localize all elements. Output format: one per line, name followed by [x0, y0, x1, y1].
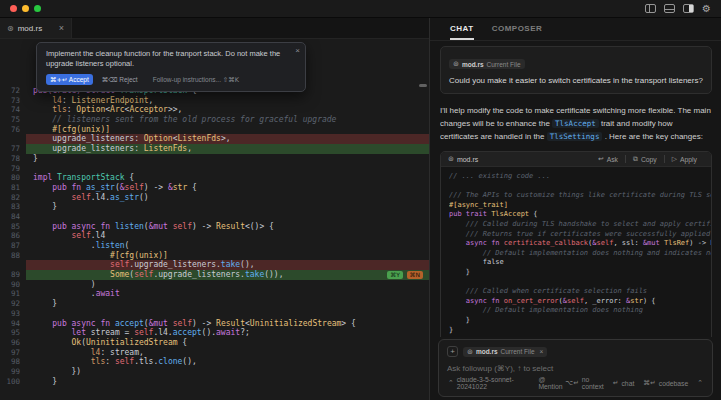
panel-bottom-icon[interactable]	[664, 4, 675, 13]
shortcut-hint-no-context[interactable]: ⌥↵no context	[565, 376, 603, 390]
line-number: 100	[0, 377, 26, 387]
line-number: 81	[0, 183, 26, 193]
minimize-window-button[interactable]	[22, 5, 29, 12]
chat-tabs: CHATCOMPOSER	[430, 18, 721, 41]
code-line: /// Called when certificate selection fa…	[449, 287, 711, 297]
chat-tab-chat[interactable]: CHAT	[450, 24, 474, 40]
chat-content[interactable]: ⊛ mod.rs Current File Could you make it …	[440, 42, 712, 337]
panel-right-icon[interactable]	[683, 4, 694, 13]
followup-input[interactable]: Ask followup (⌘Y), ↑ to select	[447, 364, 704, 373]
titlebar: ⚙	[0, 0, 721, 18]
code-line: // Default implementation does nothing a…	[449, 249, 711, 259]
chevron-up-icon: ⌃	[448, 379, 454, 387]
accept-button[interactable]: ⌘+↵ Accept	[46, 74, 93, 85]
maximize-window-button[interactable]	[34, 5, 41, 12]
chip-close-icon[interactable]: ×	[540, 348, 544, 355]
editor-tabbar: ⊛ mod.rs ×	[0, 18, 429, 39]
copy-icon: ⧉	[633, 155, 638, 163]
line-number: 99	[0, 367, 26, 377]
inline-code[interactable]: TlsAccept	[552, 119, 599, 128]
code-line: async fn certificate_callback(&self, ssl…	[449, 239, 711, 249]
code-line: 78}	[0, 154, 429, 164]
chevron-up-icon[interactable]: ⌃	[697, 379, 703, 387]
mention-button[interactable]: @ Mention	[538, 376, 565, 390]
current-file-chip[interactable]: ⊛ mod.rs Current File	[449, 59, 525, 69]
line-number: 91	[0, 289, 26, 299]
ask-icon: ↩	[598, 155, 604, 163]
line-number: 95	[0, 328, 26, 338]
code-line	[449, 335, 711, 337]
code-line: pub trait TlsAccept {	[449, 210, 711, 220]
tab-close-icon[interactable]: ×	[59, 23, 64, 33]
line-number	[0, 134, 26, 144]
code-line: 93	[0, 309, 429, 319]
line-number: 96	[0, 338, 26, 348]
chip-tag: Current File	[487, 61, 521, 68]
line-number: 85	[0, 222, 26, 232]
rust-file-icon: ⊛	[448, 155, 454, 163]
tab-label: mod.rs	[18, 24, 42, 33]
line-number: 73	[0, 96, 26, 106]
settings-gear-icon[interactable]: ⚙	[702, 4, 711, 14]
prompt-text: Implement the cleanup function for the t…	[46, 49, 296, 69]
shortcut-hint-codebase[interactable]: ⌘↵codebase	[643, 379, 688, 387]
code-line: // Default implementation does nothing	[449, 306, 711, 316]
line-number: 90	[0, 280, 26, 290]
line-number: 87	[0, 241, 26, 251]
code-line: async fn on_cert_error(&self, _error: &s…	[449, 297, 711, 307]
editor-code[interactable]: 72pub(crate) struct TransportStack {73 l…	[0, 86, 429, 386]
code-line: }	[449, 268, 711, 278]
editor-body[interactable]: × Implement the cleanup function for the…	[0, 39, 429, 400]
code-line: false	[449, 258, 711, 268]
chat-input-box[interactable]: + ⊛ mod.rs Current File × Ask followup (…	[438, 339, 713, 397]
code-line: 82 self.l4.as_str()	[0, 193, 429, 203]
line-number: 89	[0, 270, 26, 280]
code-block-body[interactable]: // ... existing code .../// The APIs to …	[441, 167, 711, 337]
line-number: 74	[0, 105, 26, 115]
line-number: 83	[0, 202, 26, 212]
code-line: 86 self.l4	[0, 231, 429, 241]
accept-change-badge[interactable]: ⌘Y	[387, 271, 403, 279]
prompt-close-icon[interactable]: ×	[295, 46, 300, 55]
inline-code[interactable]: TlsSettings	[547, 132, 603, 141]
code-line: self.upgrade_listeners.take(),	[0, 260, 429, 270]
input-current-file-chip[interactable]: ⊛ mod.rs Current File ×	[463, 347, 547, 357]
line-number: 98	[0, 357, 26, 367]
inline-prompt-widget: × Implement the cleanup function for the…	[36, 42, 306, 92]
copy-button[interactable]: ⧉Copy	[625, 155, 664, 163]
panel-left-icon[interactable]	[645, 4, 656, 13]
assistant-message-text: I'll help modify the code to make certif…	[440, 104, 712, 143]
code-line: 89 Some(self.upgrade_listeners.take()),⌘…	[0, 270, 429, 280]
model-selector[interactable]: ⌃ claude-3-5-sonnet-20241022	[448, 376, 526, 390]
editor-scrollbar[interactable]	[419, 84, 427, 87]
code-line: upgrade_listeners: Option<ListenFds>,	[0, 134, 429, 144]
line-number: 76	[0, 125, 26, 135]
code-block-header: ⊛ mod.rs ↩Ask⧉Copy▷Apply	[441, 152, 711, 167]
code-line: 77 upgrade_listeners: ListenFds,	[0, 144, 429, 154]
line-number: 97	[0, 348, 26, 358]
shortcut-hint-chat[interactable]: ↵chat	[613, 379, 635, 387]
app-window: ⚙ ⊛ mod.rs × × Implement the cleanup fun…	[0, 0, 721, 400]
code-line: 99 })	[0, 367, 429, 377]
code-line: 79	[0, 164, 429, 174]
code-line: /// The APIs to customize things like ce…	[449, 191, 711, 201]
apply-button[interactable]: ▷Apply	[664, 155, 704, 163]
code-line: 85 pub async fn listen(&mut self) -> Res…	[0, 222, 429, 232]
code-line: 95 let stream = self.l4.accept().await?;	[0, 328, 429, 338]
line-number: 77	[0, 144, 26, 154]
reject-button[interactable]: ⌘⌫ Reject	[102, 76, 138, 84]
tab-mod-rs[interactable]: ⊛ mod.rs ×	[0, 18, 72, 38]
code-line: 73 l4: ListenerEndpoint,	[0, 96, 429, 106]
followup-instructions-button[interactable]: Follow-up instructions... ⇧⌘K	[153, 76, 239, 84]
close-window-button[interactable]	[10, 5, 17, 12]
code-line: 81 pub fn as_str(&self) -> &str {	[0, 183, 429, 193]
apply-icon: ▷	[672, 155, 677, 163]
line-number: 93	[0, 309, 26, 319]
ask-button[interactable]: ↩Ask	[591, 155, 625, 163]
line-number	[0, 260, 26, 270]
add-context-button[interactable]: +	[447, 346, 458, 357]
code-line: 91 .await	[0, 289, 429, 299]
reject-change-badge[interactable]: ⌘N	[407, 271, 424, 279]
chat-tab-composer[interactable]: COMPOSER	[492, 24, 543, 40]
code-line: 97 l4: stream,	[0, 348, 429, 358]
